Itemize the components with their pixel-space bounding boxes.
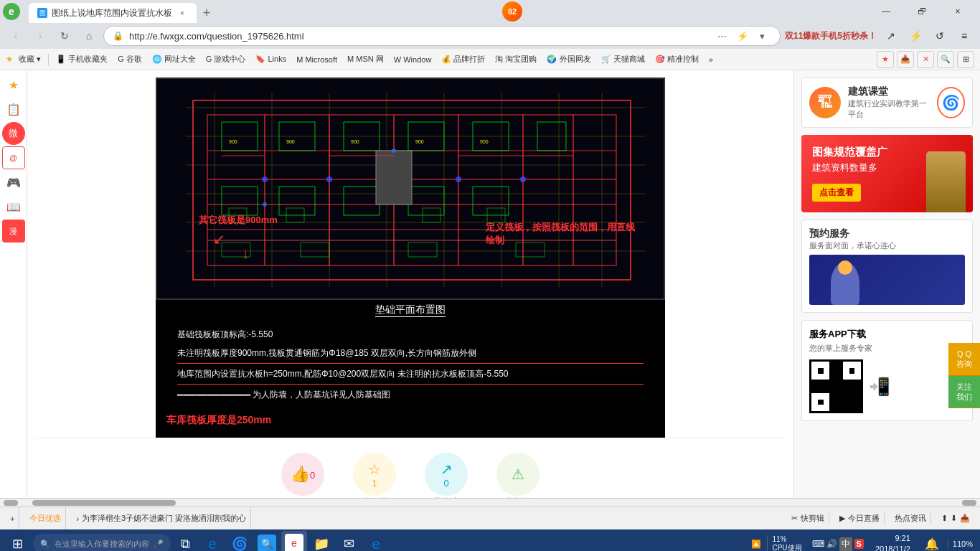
taskbar: ⊞ 🔍 在这里输入你要搜索的内容 🎤 ⧉ e 🌀 🔍 e 📁 ✉ e 🔼 11%… (0, 529, 980, 551)
extensions-button[interactable]: ⚡ (905, 26, 925, 46)
ad-banner[interactable]: 图集规范覆盖广 建筑资料数量多 点击查看 (801, 135, 973, 212)
sidebar-icon-game[interactable]: 🎮 (2, 171, 25, 194)
close-button[interactable]: × (941, 0, 974, 23)
follow-button[interactable]: 关注我们 (948, 376, 980, 409)
fav-item-taobao[interactable]: 淘 淘宝团购 (491, 52, 541, 67)
taskbar-cool[interactable]: 🌀 (227, 531, 253, 551)
fav-item-collect[interactable]: 收藏 ▾ (14, 52, 45, 67)
today-live-btn[interactable]: ▶ 今日直播 (835, 513, 885, 524)
status-add[interactable]: + (6, 507, 19, 529)
menu-button[interactable]: ≡ (954, 26, 974, 46)
app-download-card: 服务APP下载 您的掌上服务专家 📲 (801, 320, 973, 421)
fav-item-links[interactable]: 🔖 Links (251, 52, 291, 66)
report-icon: ⚠ (512, 466, 524, 483)
svg-point-47 (520, 176, 526, 182)
today-picks-label: 今日优选 (29, 513, 61, 524)
refresh-button[interactable]: ↻ (55, 26, 75, 46)
taskbar-browser-active[interactable]: e (281, 531, 307, 551)
reload2-button[interactable]: ↺ (930, 26, 950, 46)
card-subtitle: 建筑行业实训教学第一平台 (848, 98, 930, 120)
ext-button-1[interactable]: ★ (877, 51, 894, 68)
restore-button[interactable]: 🗗 (905, 0, 938, 23)
sidebar-icon-weibo[interactable]: 微 (2, 122, 25, 145)
taskbar-file-explorer[interactable]: 📁 (308, 531, 334, 551)
status-today-picks[interactable]: 今日优选 (25, 507, 66, 529)
collect-button[interactable]: ☆ 1 我收藏 (353, 453, 396, 498)
share-button[interactable]: ↗ (881, 26, 901, 46)
taskbar-search-app[interactable]: 🔍 (254, 531, 280, 551)
hot-news-btn[interactable]: 热点资讯 (890, 513, 931, 524)
fav-item-microsoft[interactable]: M Microsoft (292, 53, 341, 66)
report-button[interactable]: ⚠ 我举报 (496, 453, 540, 498)
chevron-right-icon: › (76, 514, 79, 523)
card-header: 🏗 建筑课堂 建筑行业实训教学第一平台 🌀 (802, 78, 972, 127)
ad-person-img (926, 151, 966, 212)
sougou-icon[interactable]: S (854, 539, 864, 549)
scroll-thumb[interactable] (32, 500, 176, 506)
sidebar-icon-email[interactable]: @ (2, 146, 25, 169)
status-news[interactable]: › 为李泽楷生3子媳不进豪门 梁洛施洒泪割我的心 (72, 507, 251, 529)
arrow-down-2: ↓ (242, 246, 249, 260)
share-url-button[interactable]: ⋯ (714, 27, 731, 44)
volume-icon[interactable]: 🔊 (826, 539, 837, 549)
scroll-right-end[interactable] (962, 500, 976, 506)
fav-item-urls[interactable]: 🌐 网址大全 (148, 52, 200, 67)
start-button[interactable]: ⊞ (3, 531, 32, 551)
qr-download-icon: 📲 (869, 359, 890, 413)
fav-item-tmall[interactable]: 🛒 天猫商城 (597, 52, 649, 67)
home-button[interactable]: ⌂ (79, 26, 99, 46)
right-sidebar: 🏗 建筑课堂 建筑行业实训教学第一平台 🌀 图集规范覆盖广 建筑资料数量多 点击… (793, 70, 980, 498)
svg-rect-38 (376, 151, 412, 204)
sidebar-icon-star[interactable]: ★ (2, 73, 25, 96)
fav-item-msn[interactable]: M MSN 网 (343, 52, 388, 67)
ime-zh-icon[interactable]: 中 (839, 537, 852, 551)
fav-item-google[interactable]: G 谷歌 (113, 52, 146, 67)
keyboard-icon[interactable]: ⌨ (812, 539, 824, 549)
quick-edit-btn[interactable]: ✂ 快剪辑 (787, 513, 829, 524)
fav-item-brand[interactable]: 💰 品牌打折 (437, 52, 489, 67)
fav-item-games[interactable]: G 游戏中心 (202, 52, 250, 67)
sidebar-icon-note[interactable]: 📋 (2, 98, 25, 121)
taskbar-email[interactable]: ✉ (336, 531, 362, 551)
left-sidebar: ★ 📋 微 @ 🎮 📖 漫 (0, 70, 27, 498)
fav-item-window[interactable]: W Window (390, 53, 436, 66)
ext-button-3[interactable]: ✕ (917, 51, 934, 68)
notification-badge[interactable]: 82 (502, 1, 522, 22)
scroll-left-end[interactable] (4, 500, 18, 506)
ad-click-btn[interactable]: 点击查看 (812, 184, 861, 202)
share-button[interactable]: ↗ 0 我分享 (425, 453, 468, 498)
lightning-button[interactable]: ⚡ (734, 27, 751, 44)
url-dropdown[interactable]: ▾ (754, 27, 771, 44)
url-bar[interactable]: 🔒 http://e.fwxgx.com/question_1975626.ht… (103, 26, 781, 46)
forward-button[interactable]: › (30, 26, 50, 46)
taskbar-ie[interactable]: e (199, 531, 225, 551)
like-button[interactable]: 👍 0 👍 0 问得好 (281, 453, 324, 498)
back-button[interactable]: ‹ (6, 26, 26, 46)
search-toolbar-button[interactable]: 🔍 (937, 51, 954, 68)
system-clock[interactable]: 9:21 2018/11/2 (870, 533, 916, 551)
like-count: 0 (310, 470, 315, 481)
active-tab[interactable]: 图 图纸上说地库范围内设置抗水板 × (29, 3, 197, 23)
fav-item-foreign[interactable]: 🌍 外国网友 (542, 52, 595, 67)
sidebar-icon-book[interactable]: 📖 (2, 195, 25, 218)
ext-button-2[interactable]: 📥 (897, 51, 914, 68)
h-scrollbar[interactable] (0, 498, 980, 507)
taskbar-task-view[interactable]: ⧉ (172, 531, 198, 551)
svg-text:900: 900 (480, 139, 489, 144)
minimize-button[interactable]: — (870, 0, 903, 23)
zoom-level: 110% (948, 540, 977, 548)
sidebar-icon-manga[interactable]: 漫 (2, 220, 25, 242)
tray-arrow-icon[interactable]: 🔼 (751, 540, 761, 549)
annotation-bottom: 车库筏板厚度是250mm (166, 410, 654, 427)
qq-consult-button[interactable]: Q Q咨询 (948, 343, 980, 376)
grid-button[interactable]: ⊞ (957, 51, 974, 68)
notification-button[interactable]: 🔔 (919, 531, 945, 551)
tab-close-button[interactable]: × (176, 7, 188, 19)
fav-item-mobile[interactable]: 📱 手机收藏夹 (52, 52, 112, 67)
fav-item-precision[interactable]: 🎯 精准控制 (651, 52, 703, 67)
fav-item-more[interactable]: » (705, 53, 717, 66)
new-tab-button[interactable]: + (197, 3, 217, 23)
search-box[interactable]: 🔍 在这里输入你要搜索的内容 🎤 (33, 534, 171, 551)
taskbar-browser2[interactable]: e (363, 531, 389, 551)
share-label: 我分享 (433, 496, 461, 498)
